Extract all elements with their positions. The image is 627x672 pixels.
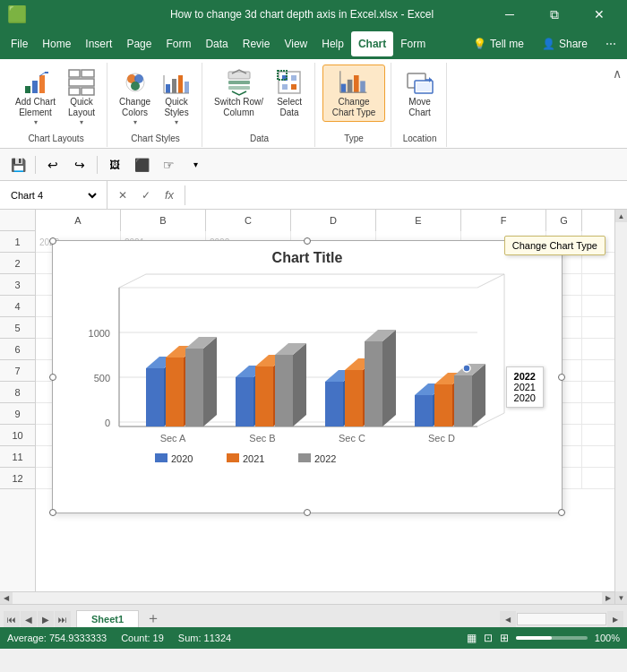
svg-rect-14: [166, 84, 170, 93]
col-header-D[interactable]: D: [291, 210, 376, 231]
confirm-formula-button[interactable]: ✓: [136, 185, 156, 205]
menu-item-file[interactable]: File: [4, 31, 35, 56]
svg-text:Sec A: Sec A: [160, 433, 186, 444]
redo-button[interactable]: ↪: [67, 152, 92, 177]
svg-rect-7: [69, 79, 94, 86]
row-header-4[interactable]: 4: [0, 296, 35, 317]
scroll-up-button[interactable]: ▲: [615, 210, 628, 222]
print-preview-button[interactable]: 🖼: [102, 152, 127, 177]
svg-marker-68: [275, 355, 293, 426]
select-data-button[interactable]: SelectData: [270, 65, 309, 122]
col-header-F[interactable]: F: [461, 210, 546, 231]
first-sheet-button[interactable]: ⏮: [4, 611, 20, 627]
qat-dropdown-button[interactable]: ▾: [183, 152, 208, 177]
row-header-2[interactable]: 2: [0, 253, 35, 274]
svg-text:Sec B: Sec B: [249, 433, 275, 444]
redo-icon: ↪: [74, 158, 85, 172]
move-chart-button[interactable]: MoveChart: [400, 65, 440, 122]
vertical-scrollbar[interactable]: ▲ ▼: [614, 210, 627, 604]
menu-item-form[interactable]: Form: [159, 31, 198, 56]
restore-button[interactable]: ⧉: [534, 0, 575, 29]
overflow-btn[interactable]: ⋯: [598, 31, 623, 56]
sheet-tab-sheet1[interactable]: Sheet1: [76, 610, 139, 627]
prev-sheet-button[interactable]: ◀: [21, 611, 37, 627]
menu-item-insert[interactable]: Insert: [78, 31, 119, 56]
tell-me-btn[interactable]: 💡 Tell me: [466, 31, 531, 56]
minimize-button[interactable]: ─: [489, 0, 530, 29]
sheet-h-scrollbar[interactable]: [517, 613, 606, 625]
horizontal-scrollbar[interactable]: ◀ ▶: [0, 591, 614, 604]
formula-input[interactable]: [185, 181, 627, 209]
col-header-E[interactable]: E: [376, 210, 461, 231]
menu-item-page[interactable]: Page: [119, 31, 159, 56]
add-chart-element-button[interactable]: Add ChartElement ▾: [11, 65, 60, 130]
normal-view-button[interactable]: ▦: [467, 632, 477, 644]
page-layout-button[interactable]: ⊡: [484, 632, 493, 644]
row-header-6[interactable]: 6: [0, 339, 35, 360]
row-header-9[interactable]: 9: [0, 403, 35, 425]
change-colors-button[interactable]: ChangeColors ▾: [115, 65, 155, 130]
row-header-7[interactable]: 7: [0, 360, 35, 382]
close-button[interactable]: ✕: [579, 0, 620, 29]
row-header-5[interactable]: 5: [0, 317, 35, 339]
svg-rect-22: [228, 86, 250, 90]
chart-title[interactable]: Chart Title: [53, 241, 562, 270]
sheet-scroll-right-button[interactable]: ▶: [607, 611, 623, 627]
selection-handle-ml[interactable]: [49, 374, 56, 381]
scroll-down-button[interactable]: ▼: [615, 591, 628, 604]
svg-marker-77: [365, 341, 382, 426]
menu-item-view[interactable]: View: [277, 31, 314, 56]
svg-rect-17: [185, 82, 189, 93]
quick-layout-button[interactable]: QuickLayout ▾: [62, 65, 101, 130]
share-btn[interactable]: 👤 Share: [535, 31, 595, 56]
svg-marker-56: [166, 358, 184, 426]
sheet-tabs-bar: ⏮ ◀ ▶ ⏭ Sheet1 ＋ ◀ ▶: [0, 604, 627, 627]
col-header-C[interactable]: C: [206, 210, 291, 231]
menu-item-home[interactable]: Home: [35, 31, 78, 56]
row-header-12[interactable]: 12: [0, 468, 35, 489]
chart-area[interactable]: Chart Title 0 500 1000: [52, 240, 563, 513]
selection-handle-tm[interactable]: [304, 237, 311, 245]
col-header-B[interactable]: B: [121, 210, 206, 231]
insert-function-button[interactable]: fx: [159, 185, 179, 205]
undo-button[interactable]: ↩: [40, 152, 65, 177]
title-bar: 🟩 How to change 3d chart depth axis in E…: [0, 0, 627, 29]
scroll-right-button[interactable]: ▶: [602, 592, 614, 605]
cancel-formula-button[interactable]: ✕: [113, 185, 133, 205]
customize-qat-button[interactable]: ⬛: [129, 152, 154, 177]
spreadsheet-container: A B C D E F G 1 2 3 4 5 6 7 8 9 10 11: [0, 210, 627, 604]
selection-handle-bl[interactable]: [49, 509, 56, 516]
touch-mode-button[interactable]: ☞: [156, 152, 181, 177]
row-header-3[interactable]: 3: [0, 274, 35, 296]
svg-text:1000: 1000: [89, 328, 110, 339]
zoom-slider[interactable]: [516, 636, 588, 640]
svg-rect-5: [69, 70, 80, 77]
ribbon-collapse-button[interactable]: ∧: [613, 63, 622, 147]
selection-handle-tl[interactable]: [49, 237, 56, 245]
name-box-select[interactable]: Chart 4: [7, 189, 99, 202]
page-break-button[interactable]: ⊞: [500, 632, 509, 644]
menu-item-chart[interactable]: Chart: [351, 31, 393, 56]
row-header-11[interactable]: 11: [0, 446, 35, 468]
menu-item-form2[interactable]: Form: [393, 31, 433, 56]
quick-styles-button[interactable]: QuickStyles ▾: [157, 65, 196, 130]
sheet-scroll-left-button[interactable]: ◀: [500, 611, 516, 627]
selection-handle-bm[interactable]: [304, 509, 311, 516]
next-sheet-button[interactable]: ▶: [38, 611, 54, 627]
switch-row-column-button[interactable]: Switch Row/Column: [210, 65, 268, 122]
menu-item-help[interactable]: Help: [314, 31, 351, 56]
scroll-left-button[interactable]: ◀: [0, 592, 13, 605]
last-sheet-button[interactable]: ⏭: [55, 611, 71, 627]
col-header-G[interactable]: G: [546, 210, 582, 231]
menu-item-data[interactable]: Data: [198, 31, 235, 56]
change-chart-type-button[interactable]: ChangeChart Type: [322, 65, 385, 122]
col-header-A[interactable]: A: [36, 210, 121, 231]
row-header-8[interactable]: 8: [0, 382, 35, 403]
row-header-1[interactable]: 1: [0, 231, 35, 253]
selection-handle-mr[interactable]: [558, 374, 565, 381]
row-header-10[interactable]: 10: [0, 425, 35, 446]
save-button[interactable]: 💾: [5, 152, 30, 177]
add-sheet-button[interactable]: ＋: [142, 609, 164, 627]
menu-item-review[interactable]: Revie: [236, 31, 278, 56]
selection-handle-br[interactable]: [558, 509, 565, 516]
